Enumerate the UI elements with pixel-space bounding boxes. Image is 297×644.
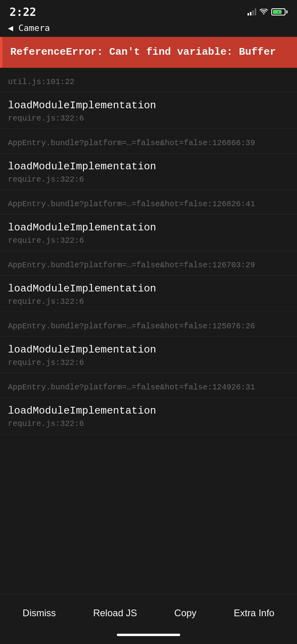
signal-bar-1: [248, 13, 249, 15]
signal-bar-2: [250, 12, 251, 15]
stack-location: AppEntry.bundle?platform=…=false&hot=fal…: [8, 199, 289, 209]
stack-item: AppEntry.bundle?platform=…=false&hot=fal…: [0, 129, 297, 153]
stack-function: loadModuleImplementation: [8, 344, 289, 356]
bottom-toolbar: Dismiss Reload JS Copy Extra Info: [0, 594, 297, 630]
stack-item: util.js:101:22: [0, 68, 297, 92]
stack-item: AppEntry.bundle?platform=…=false&hot=fal…: [0, 251, 297, 276]
stack-function: loadModuleImplementation: [8, 283, 289, 295]
stack-item: AppEntry.bundle?platform=…=false&hot=fal…: [0, 190, 297, 215]
svg-point-0: [263, 13, 265, 15]
stack-location: require.js:322:6: [8, 175, 289, 184]
stack-location: require.js:322:6: [8, 419, 289, 428]
wifi-icon: [259, 9, 268, 15]
copy-button[interactable]: Copy: [168, 604, 203, 622]
stack-item: loadModuleImplementation require.js:322:…: [0, 276, 297, 312]
back-nav: ◀ Camera: [0, 21, 297, 37]
stack-location: AppEntry.bundle?platform=…=false&hot=fal…: [8, 138, 289, 148]
dismiss-button[interactable]: Dismiss: [16, 604, 62, 622]
stack-item: AppEntry.bundle?platform=…=false&hot=fal…: [0, 373, 297, 398]
signal-bar-3: [252, 10, 254, 15]
signal-icon: [248, 8, 256, 15]
error-header: ReferenceError: Can't find variable: Buf…: [0, 37, 297, 68]
status-time: 2:22: [10, 6, 36, 19]
battery-tip: [286, 10, 287, 13]
stack-item: loadModuleImplementation require.js:322:…: [0, 92, 297, 129]
home-indicator: [0, 630, 297, 644]
battery-body: ⚡: [271, 8, 286, 15]
battery-icon: ⚡: [271, 8, 287, 15]
stack-function: loadModuleImplementation: [8, 161, 289, 172]
stack-item: AppEntry.bundle?platform=…=false&hot=fal…: [0, 312, 297, 337]
status-bar: 2:22 ⚡: [0, 0, 297, 21]
battery-bolt: ⚡: [272, 10, 285, 14]
stack-item: loadModuleImplementation require.js:322:…: [0, 153, 297, 190]
stack-location: AppEntry.bundle?platform=…=false&hot=fal…: [8, 383, 289, 392]
status-icons: ⚡: [248, 8, 287, 15]
stack-location: require.js:322:6: [8, 297, 289, 306]
stack-function: loadModuleImplementation: [8, 100, 289, 111]
stack-item: loadModuleImplementation require.js:322:…: [0, 337, 297, 373]
stack-location: require.js:322:6: [8, 236, 289, 245]
stack-function: loadModuleImplementation: [8, 222, 289, 234]
stack-item: [0, 434, 297, 445]
stack-location: require.js:322:6: [8, 358, 289, 367]
stack-location: require.js:322:6: [8, 114, 289, 123]
stack-content: util.js:101:22 loadModuleImplementation …: [0, 68, 297, 594]
stack-location: AppEntry.bundle?platform=…=false&hot=fal…: [8, 322, 289, 331]
back-button[interactable]: ◀ Camera: [8, 23, 289, 33]
home-bar: [117, 634, 180, 636]
stack-item: loadModuleImplementation require.js:322:…: [0, 215, 297, 251]
error-title: ReferenceError: Can't find variable: Buf…: [10, 46, 289, 59]
reload-js-button[interactable]: Reload JS: [87, 604, 143, 622]
stack-item: loadModuleImplementation require.js:322:…: [0, 398, 297, 434]
extra-info-button[interactable]: Extra Info: [227, 604, 281, 622]
stack-location: AppEntry.bundle?platform=…=false&hot=fal…: [8, 261, 289, 270]
stack-location: util.js:101:22: [8, 77, 289, 86]
signal-bar-4: [255, 8, 256, 15]
stack-function: loadModuleImplementation: [8, 405, 289, 417]
